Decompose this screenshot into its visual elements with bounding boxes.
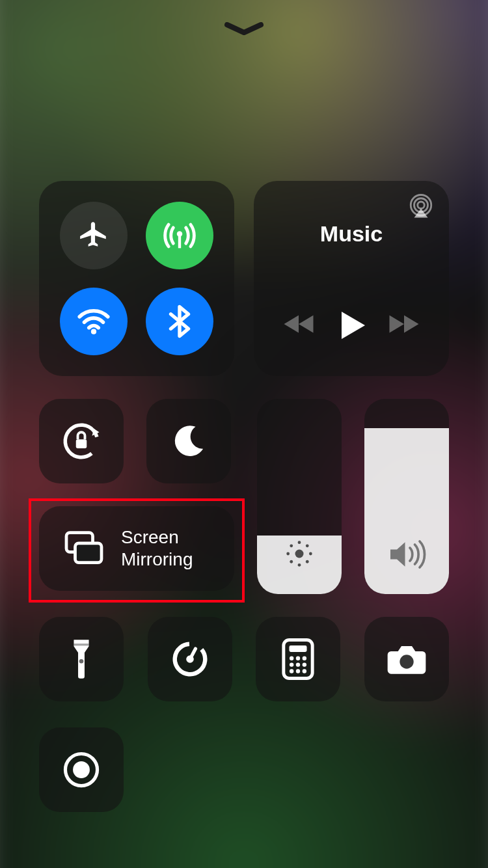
svg-rect-9 — [75, 543, 102, 563]
svg-point-32 — [290, 669, 293, 673]
moon-icon — [170, 423, 207, 459]
fast-forward-icon — [386, 311, 422, 337]
camera-icon — [386, 642, 427, 676]
music-module[interactable]: Music — [254, 181, 449, 376]
svg-point-31 — [303, 662, 306, 666]
svg-point-10 — [295, 550, 304, 558]
record-icon — [61, 750, 102, 790]
timer-button[interactable] — [148, 617, 232, 701]
svg-point-14 — [309, 552, 312, 556]
orientation-lock-icon — [60, 420, 103, 463]
svg-rect-25 — [289, 645, 306, 652]
rewind-button[interactable] — [281, 311, 316, 340]
svg-point-17 — [290, 560, 293, 563]
chevron-down-icon — [224, 22, 264, 35]
screen-mirroring-label: Screen Mirroring — [121, 526, 193, 571]
svg-point-13 — [286, 552, 290, 556]
airplay-button[interactable] — [407, 193, 435, 223]
svg-point-28 — [303, 657, 306, 660]
screen-mirroring-button[interactable]: Screen Mirroring — [39, 506, 234, 591]
forward-button[interactable] — [386, 311, 422, 340]
calculator-icon — [281, 638, 315, 680]
svg-rect-1 — [178, 234, 181, 249]
bluetooth-icon — [162, 304, 197, 339]
volume-icon — [387, 538, 426, 573]
svg-point-16 — [306, 560, 309, 563]
flashlight-button[interactable] — [39, 617, 124, 701]
svg-point-26 — [290, 657, 293, 660]
play-button[interactable] — [336, 310, 367, 344]
svg-point-5 — [418, 202, 425, 209]
brightness-icon — [282, 537, 316, 573]
dismiss-handle[interactable] — [224, 22, 264, 38]
bluetooth-toggle[interactable] — [146, 288, 213, 355]
svg-point-20 — [79, 659, 84, 664]
svg-point-12 — [298, 563, 301, 567]
svg-point-37 — [73, 761, 90, 778]
svg-point-33 — [296, 669, 300, 673]
play-icon — [336, 310, 367, 341]
wifi-toggle[interactable] — [60, 288, 128, 355]
svg-point-18 — [306, 544, 309, 547]
calculator-button[interactable] — [256, 617, 340, 701]
music-title-label: Music — [254, 221, 449, 247]
screen-record-button[interactable] — [39, 727, 124, 812]
cellular-toggle[interactable] — [146, 202, 213, 269]
wifi-icon — [75, 303, 113, 340]
svg-point-15 — [290, 544, 293, 547]
orientation-lock-toggle[interactable] — [39, 399, 124, 483]
svg-point-27 — [296, 657, 300, 660]
screen-mirroring-icon — [62, 531, 105, 566]
do-not-disturb-toggle[interactable] — [146, 399, 231, 483]
camera-button[interactable] — [364, 617, 449, 701]
cellular-icon — [161, 217, 198, 254]
timer-icon — [170, 639, 210, 679]
svg-point-34 — [303, 669, 306, 673]
volume-slider[interactable] — [364, 399, 449, 594]
svg-rect-19 — [74, 644, 88, 645]
airplane-mode-toggle[interactable] — [60, 202, 128, 269]
svg-point-35 — [400, 655, 413, 668]
svg-point-11 — [298, 541, 301, 544]
airplay-icon — [407, 193, 435, 220]
svg-point-2 — [91, 329, 96, 334]
rewind-icon — [281, 311, 316, 337]
svg-point-30 — [296, 662, 300, 666]
connectivity-module[interactable] — [39, 181, 234, 376]
svg-rect-7 — [76, 439, 87, 448]
flashlight-icon — [67, 638, 96, 681]
airplane-icon — [77, 219, 110, 252]
svg-point-29 — [290, 662, 293, 666]
brightness-slider[interactable] — [257, 399, 342, 594]
